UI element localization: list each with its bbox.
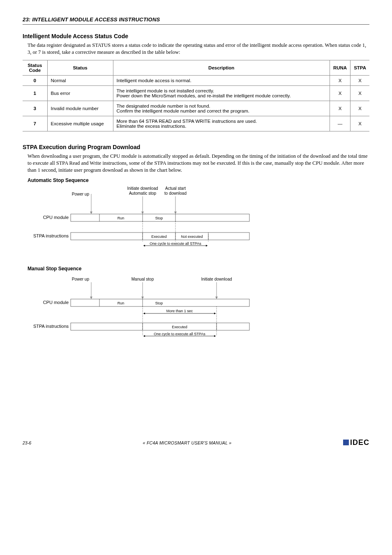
manual-stop-diagram: Power up Manual stop Initiate download C…: [23, 272, 369, 344]
cell-desc: More than 64 STPA READ and STPA WRITE in…: [113, 116, 330, 131]
cell-status: Invalid module number: [47, 101, 113, 116]
label-initiate-download: Initiate download: [127, 186, 158, 191]
cell-status: Normal: [47, 75, 113, 85]
cell-runa: X: [330, 101, 350, 116]
label-power-up: Power up: [72, 192, 90, 196]
section-title-status-code: Intelligent Module Access Status Code: [23, 33, 369, 39]
diagram-title-manual: Manual Stop Sequence: [23, 266, 369, 272]
cell-code: 7: [23, 116, 47, 131]
label-executed: Executed: [151, 235, 167, 239]
label-manual-stop: Manual stop: [131, 277, 154, 281]
label-one-cycle: One cycle to execute all STPAs: [154, 332, 205, 336]
cell-stpa: X: [350, 75, 369, 85]
label-run: Run: [118, 301, 125, 305]
cell-code: 0: [23, 75, 47, 85]
label-more-than-1sec: More than 1 sec: [166, 309, 193, 313]
idec-logo: IDEC: [343, 438, 369, 447]
logo-box-icon: [343, 440, 349, 445]
cell-runa: —: [330, 116, 350, 131]
chapter-heading: 23: INTELLIGENT MODULE ACCESS INSTRUCTIO…: [23, 16, 369, 23]
label-cpu-module: CPU module: [43, 215, 69, 220]
label-stpa-instructions: STPA instructions: [33, 233, 69, 238]
label-run: Run: [118, 216, 125, 220]
table-row: 1 Bus error The intelligent module is no…: [23, 85, 369, 101]
page-number: 23-6: [23, 440, 31, 445]
label-auto-stop: Automatic stop: [129, 191, 157, 196]
cell-code: 1: [23, 85, 47, 101]
section-para-1: The data register designated as STATUS s…: [23, 42, 369, 56]
svg-rect-24: [71, 323, 249, 330]
status-code-table: Status Code Status Description RUNA STPA…: [23, 60, 369, 131]
th-status-code: Status Code: [23, 60, 47, 75]
cell-desc: Intelligent module access is normal.: [113, 75, 330, 85]
label-cpu-module: CPU module: [43, 300, 69, 305]
cell-stpa: X: [350, 85, 369, 101]
cell-stpa: X: [350, 101, 369, 116]
logo-text: IDEC: [350, 438, 369, 447]
label-stop: Stop: [155, 301, 163, 305]
label-one-cycle: One cycle to execute all STPAs: [150, 242, 201, 246]
cell-status: Excessive multiple usage: [47, 116, 113, 131]
cell-runa: X: [330, 75, 350, 85]
footer-manual-title: « FC4A MICROSMART USER'S MANUAL »: [143, 440, 232, 445]
cell-status: Bus error: [47, 85, 113, 101]
automatic-stop-diagram: Power up Initiate download Automatic sto…: [23, 184, 369, 251]
table-row: 7 Excessive multiple usage More than 64 …: [23, 116, 369, 131]
cell-stpa: X: [350, 116, 369, 131]
table-row: 0 Normal Intelligent module access is no…: [23, 75, 369, 85]
label-to-download: to download: [164, 191, 187, 196]
label-stpa-instructions: STPA instructions: [33, 324, 69, 329]
label-stop: Stop: [155, 216, 163, 220]
th-runa: RUNA: [330, 60, 350, 75]
th-stpa: STPA: [350, 60, 369, 75]
th-description: Description: [113, 60, 330, 75]
cell-desc: The intelligent module is not installed …: [113, 85, 330, 101]
label-power-up: Power up: [72, 277, 90, 281]
cell-code: 3: [23, 101, 47, 116]
label-initiate-download: Initiate download: [201, 277, 232, 281]
page-footer: 23-6 « FC4A MICROSMART USER'S MANUAL » I…: [23, 438, 369, 447]
label-actual-start: Actual start: [165, 186, 186, 191]
cell-desc: The designated module number is not foun…: [113, 101, 330, 116]
label-executed: Executed: [172, 325, 187, 329]
th-status: Status: [47, 60, 113, 75]
section-para-2: When downloading a user program, the CPU…: [23, 153, 369, 174]
table-row: 3 Invalid module number The designated m…: [23, 101, 369, 116]
section-title-stpa-exec: STPA Execution during Program Download: [23, 144, 369, 150]
cell-runa: X: [330, 85, 350, 101]
diagram-title-auto: Automatic Stop Sequence: [23, 177, 369, 183]
label-not-executed: Not executed: [181, 235, 203, 239]
